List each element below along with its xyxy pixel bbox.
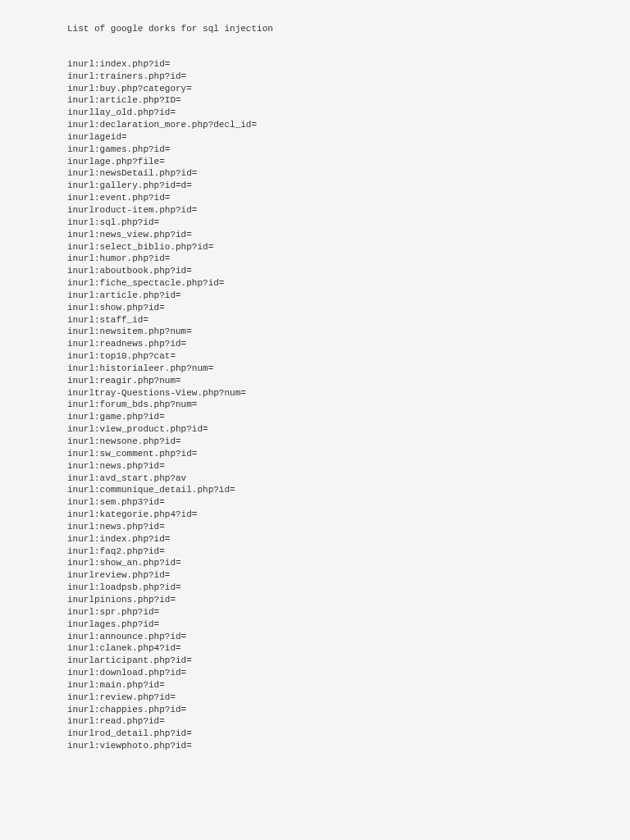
dork-item: inurl:buy.php?category= [67,83,630,95]
dork-item: inurl:historialeer.php?num= [67,363,630,375]
dork-item: inurl:sem.php3?id= [67,496,630,509]
dork-item: inurl:read.php?id= [67,715,630,728]
dork-item: inurl:gallery.php?id=d= [67,180,630,192]
dork-item: inurl:trainers.php?id= [67,71,630,83]
dork-item: inurl:news.php?id= [67,521,630,533]
dork-item: inurl:fiche_spectacle.php?id= [67,277,630,290]
dork-item: inurlrod_detail.php?id= [67,728,630,740]
dork-item: inurl:avd_start.php?av [67,472,630,485]
dork-item: inurl:forum_bds.php?num= [67,399,630,411]
dork-list: inurl:index.php?id=inurl:trainers.php?id… [67,58,630,752]
dork-item: inurl:readnews.php?id= [67,338,630,350]
dork-item: inurl:main.php?id= [67,679,630,692]
dork-item: inurl:view_product.php?id= [67,423,630,436]
dork-item: inurl:news.php?id= [67,460,630,472]
dork-item: inurl:game.php?id= [67,411,630,423]
dork-item: inurlages.php?id= [67,619,630,631]
dork-item: inurl:article.php?id= [67,290,630,302]
dork-item: inurlreview.php?id= [67,569,630,582]
dork-item: inurlarticipant.php?id= [67,655,630,667]
dork-item: inurlageid= [67,131,630,144]
dork-item: inurl:viewphoto.php?id= [67,740,630,752]
dork-item: inurl:newsone.php?id= [67,436,630,448]
dork-item: inurl:show_an.php?id= [67,557,630,569]
dork-item: inurl:announce.php?id= [67,631,630,643]
dork-item: inurl:kategorie.php4?id= [67,509,630,521]
dork-item: inurlage.php?file= [67,156,630,168]
dork-item: inurl:show.php?id= [67,302,630,314]
dork-item: inurl:newsitem.php?num= [67,326,630,338]
dork-item: inurl:faq2.php?id= [67,546,630,558]
dork-item: inurlroduct-item.php?id= [67,204,630,217]
dork-item: inurl:download.php?id= [67,667,630,679]
dork-item: inurl:games.php?id= [67,144,630,156]
dork-item: inurl:spr.php?id= [67,606,630,619]
dork-item: inurlpinions.php?id= [67,594,630,606]
dork-item: inurl:reagir.php?num= [67,375,630,387]
dork-item: inurl:aboutbook.php?id= [67,265,630,277]
page-title: List of google dorks for sql injection [67,23,630,35]
dork-item: inurl:clanek.php4?id= [67,642,630,655]
dork-item: inurl:select_biblio.php?id= [67,241,630,253]
dork-item: inurl:news_view.php?id= [67,229,630,241]
dork-item: inurl:review.php?id= [67,692,630,704]
dork-item: inurl:chappies.php?id= [67,704,630,716]
dork-item: inurl:top10.php?cat= [67,350,630,363]
dork-item: inurl:newsDetail.php?id= [67,167,630,180]
dork-item: inurl:declaration_more.php?decl_id= [67,119,630,131]
dork-item: inurl:humor.php?id= [67,253,630,265]
dork-item: inurl:article.php?ID= [67,94,630,107]
dork-item: inurltray-Questions-View.php?num= [67,387,630,399]
dork-item: inurl:staff_id= [67,314,630,326]
dork-item: inurllay_old.php?id= [67,107,630,119]
dork-item: inurl:event.php?id= [67,192,630,204]
dork-item: inurl:sql.php?id= [67,217,630,229]
dork-item: inurl:index.php?id= [67,533,630,546]
dork-item: inurl:communique_detail.php?id= [67,484,630,496]
dork-item: inurl:loadpsb.php?id= [67,582,630,594]
dork-item: inurl:sw_comment.php?id= [67,448,630,460]
dork-item: inurl:index.php?id= [67,58,630,71]
